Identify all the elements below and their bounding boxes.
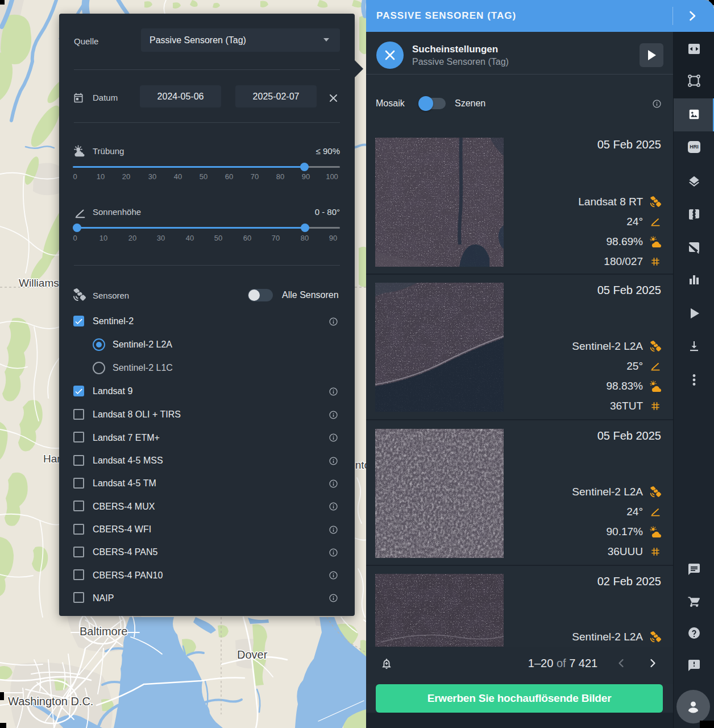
svg-text:Dover: Dover — [237, 648, 268, 661]
svg-text:Baltimore: Baltimore — [80, 625, 127, 638]
svg-text:Washington D.C.: Washington D.C. — [8, 695, 93, 708]
